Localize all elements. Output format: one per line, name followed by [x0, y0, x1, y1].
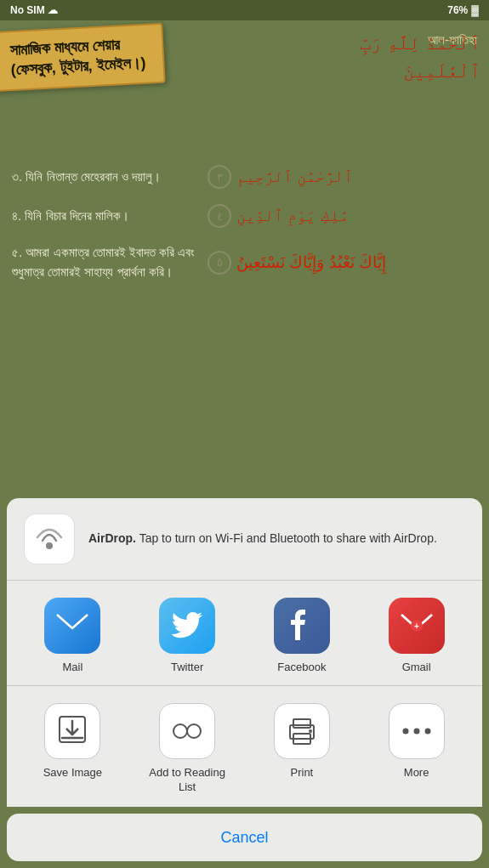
svg-rect-12 [293, 719, 310, 728]
mail-label: Mail [62, 661, 82, 673]
verse-number-3: ٣ [208, 165, 231, 189]
action-print[interactable]: Print [264, 703, 340, 780]
facebook-label: Facebook [277, 661, 326, 673]
app-twitter[interactable]: Twitter [149, 598, 225, 673]
print-icon [274, 703, 330, 759]
arabic-verse-4: مَٰلِكِ يَوْمِ ٱلدِّينِ ٤ [208, 204, 477, 228]
app-facebook[interactable]: Facebook [264, 598, 340, 673]
svg-text:+: + [414, 621, 419, 631]
action-reading-list[interactable]: Add to Reading List [149, 703, 225, 795]
twitter-label: Twitter [171, 661, 203, 673]
apps-section: Mail Twitter Facebook [7, 581, 482, 686]
action-save-image[interactable]: Save Image [34, 703, 111, 780]
svg-point-13 [309, 729, 312, 733]
carrier-label: No SIM ☁ [10, 4, 58, 16]
save-image-label: Save Image [43, 766, 102, 780]
airdrop-desc-text: Tap to turn on Wi-Fi and Bluetooth to sh… [139, 531, 437, 545]
verse-number-5: ٥ [208, 251, 231, 275]
svg-point-9 [187, 724, 201, 738]
airdrop-description: AirDrop. Tap to turn on Wi-Fi and Blueto… [88, 530, 437, 547]
reading-list-label: Add to Reading List [149, 766, 225, 795]
twitter-icon [159, 598, 215, 654]
save-image-icon [44, 703, 100, 759]
arabic-verse-5: إِيَّاكَ نَعْبُدُ وَإِيَّاكَ نَسْتَعِينُ… [208, 251, 477, 275]
more-icon [389, 703, 445, 759]
arabic-verse-3: ٱلرَّحْمَٰنِ ٱلرَّحِيمِ ٣ [208, 165, 477, 189]
reading-list-icon [159, 703, 215, 759]
quran-content: পাতা ১ আল-ফাতিহা সামাজিক মাধ্যমে শেয়ার … [0, 20, 489, 394]
verse-list: ৩. যিনি নিতান্ত মেহেরবান ও দয়ালু। ٱلرَّ… [12, 165, 477, 297]
action-more[interactable]: More [378, 703, 455, 780]
cancel-button[interactable]: Cancel [7, 814, 482, 861]
actions-section: Save Image Add to Reading List [7, 686, 482, 807]
table-row: ৩. যিনি নিতান্ত মেহেরবান ও দয়ালু। ٱلرَّ… [12, 165, 477, 189]
table-row: ৫. আমরা একমাত্র তোমারই ইবাদত করি এবং শুধ… [12, 243, 477, 281]
battery-indicator: 76% ▓ [447, 4, 479, 16]
bengali-verse-5: ৫. আমরা একমাত্র তোমারই ইবাদত করি এবং শুধ… [12, 243, 208, 281]
verse-number-4: ٤ [208, 204, 231, 228]
bengali-verse-4: ৪. যিনি বিচার দিনের মালিক। [12, 207, 208, 226]
battery-percent: 76% [447, 4, 468, 16]
gmail-label: Gmail [402, 661, 431, 673]
svg-point-14 [402, 729, 408, 735]
print-label: Print [291, 766, 314, 780]
svg-point-16 [424, 729, 430, 735]
svg-point-0 [46, 542, 53, 549]
mail-icon [44, 598, 100, 654]
gmail-icon: + [389, 598, 445, 654]
share-banner: সামাজিক মাধ্যমে শেয়ার (ফেসবুক, টুইটার, … [0, 23, 166, 92]
app-mail[interactable]: Mail [34, 598, 111, 673]
cancel-section[interactable]: Cancel [7, 814, 482, 861]
facebook-icon [274, 598, 330, 654]
bengali-verse-3: ৩. যিনি নিতান্ত মেহেরবান ও দয়ালু। [12, 167, 208, 187]
airdrop-icon [24, 513, 75, 564]
app-gmail[interactable]: + Gmail [378, 598, 455, 673]
more-label: More [404, 766, 429, 780]
battery-icon: ▓ [471, 4, 479, 16]
svg-point-15 [413, 729, 419, 735]
arabic-top-verse: ٱلْحَمْدُ لِلَّهِ رَبِّ ٱلْعَٰلَمِينَ [293, 29, 480, 85]
svg-point-8 [173, 724, 187, 738]
airdrop-section[interactable]: AirDrop. Tap to turn on Wi-Fi and Blueto… [7, 498, 482, 581]
bottom-spacer [0, 861, 489, 868]
table-row: ৪. যিনি বিচার দিনের মালিক। مَٰلِكِ يَوْم… [12, 204, 477, 228]
status-bar: No SIM ☁ 76% ▓ [0, 0, 489, 20]
share-sheet: AirDrop. Tap to turn on Wi-Fi and Blueto… [0, 498, 489, 868]
